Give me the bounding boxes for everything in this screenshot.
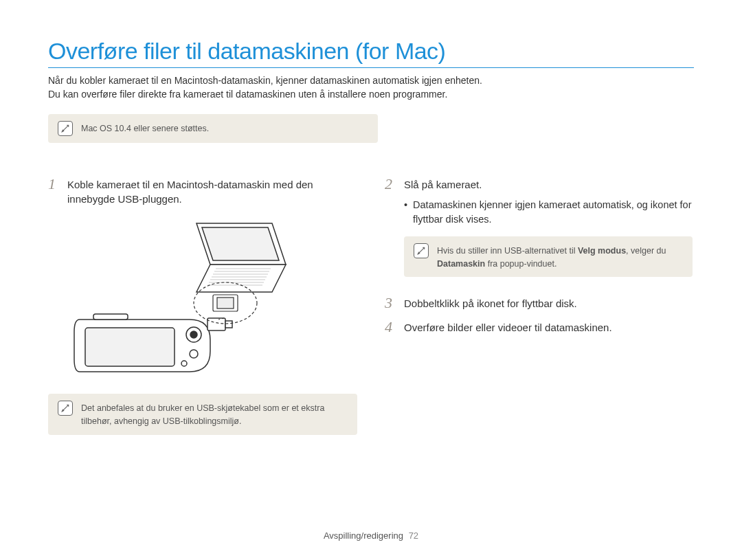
note-icon (414, 243, 429, 258)
svg-rect-17 (225, 321, 232, 328)
svg-rect-20 (217, 298, 234, 309)
step-1: 1 Koble kameraet til en Macintosh-datama… (48, 176, 357, 208)
step-1-num: 1 (48, 176, 60, 208)
step-3-text: Dobbeltklikk på ikonet for flyttbar disk… (404, 295, 694, 311)
svg-rect-10 (85, 328, 175, 366)
step-3: 3 Dobbeltklikk på ikonet for flyttbar di… (385, 295, 694, 311)
svg-rect-15 (93, 314, 128, 320)
footer-page-number: 72 (409, 530, 418, 541)
svg-rect-16 (207, 318, 225, 331)
note-left: Det anbefales at du bruker en USB-skjøte… (48, 394, 357, 435)
footer-label: Avspilling/redigering (324, 530, 403, 541)
svg-marker-1 (202, 227, 279, 260)
svg-point-14 (181, 361, 187, 366)
step-2-sub: • Datamaskinen kjenner igjen kameraet au… (404, 198, 694, 227)
note-right-text: Hvis du stiller inn USB-alternativet til… (437, 243, 683, 271)
step-2-text: Slå på kameraet. (404, 176, 694, 192)
note-icon (58, 121, 73, 136)
note-top: Mac OS 10.4 eller senere støttes. (48, 114, 378, 143)
note-right-post: fra popup-vinduet. (485, 259, 556, 269)
step-4-text: Overføre bilder eller videoer til datama… (404, 319, 694, 335)
left-column: 1 Koble kameraet til en Macintosh-datama… (48, 176, 357, 435)
intro-paragraph: Når du kobler kameraet til en Macintosh-… (48, 74, 694, 102)
note-right-bold1: Velg modus (578, 246, 626, 256)
page-title: Overføre filer til datamaskinen (for Mac… (48, 38, 694, 68)
page-footer: Avspilling/redigering 72 (0, 530, 742, 541)
bullet-dot: • (404, 198, 407, 227)
step-2-num: 2 (385, 176, 397, 192)
step-2: 2 Slå på kameraet. (385, 176, 694, 192)
note-right-mid: , velger du (626, 246, 666, 256)
note-right: Hvis du stiller inn USB-alternativet til… (404, 236, 693, 278)
right-column: 2 Slå på kameraet. • Datamaskinen kjenne… (385, 176, 694, 435)
intro-line-2: Du kan overføre filer direkte fra kamera… (48, 87, 694, 101)
step-4: 4 Overføre bilder eller videoer til data… (385, 319, 694, 335)
step-2-sub-text: Datamaskinen kjenner igjen kameraet auto… (413, 198, 694, 227)
svg-point-12 (190, 331, 197, 338)
note-top-text: Mac OS 10.4 eller senere støttes. (81, 121, 368, 135)
note-right-pre: Hvis du stiller inn USB-alternativet til (437, 246, 578, 256)
note-right-bold2: Datamaskin (437, 259, 485, 269)
step-3-num: 3 (385, 295, 397, 311)
step-4-num: 4 (385, 319, 397, 335)
note-left-text: Det anbefales at du bruker en USB-skjøte… (81, 401, 348, 428)
note-icon (58, 401, 73, 416)
connection-illustration (66, 216, 300, 381)
svg-point-13 (190, 350, 198, 358)
step-1-text: Koble kameraet til en Macintosh-datamask… (67, 176, 357, 208)
intro-line-1: Når du kobler kameraet til en Macintosh-… (48, 74, 694, 87)
